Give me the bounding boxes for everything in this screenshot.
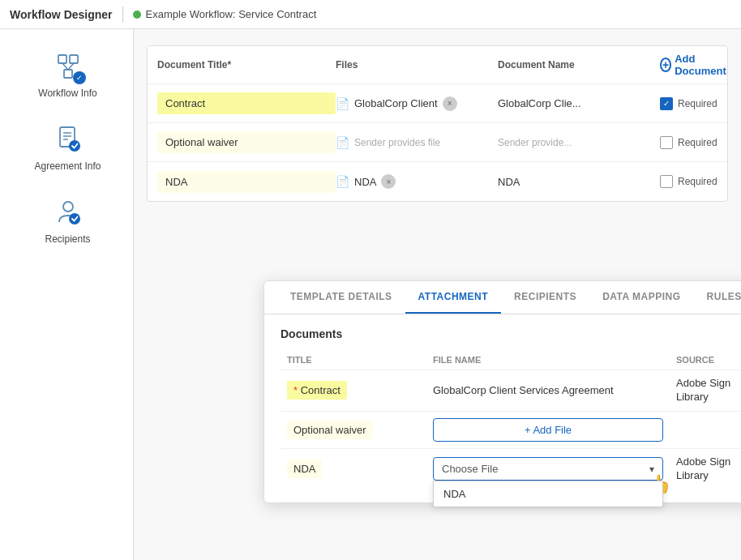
dropdown-menu-item-nda[interactable]: NDA	[434, 481, 662, 507]
svg-line-3	[62, 63, 68, 70]
attach-col-source: SOURCE	[670, 350, 741, 370]
sidebar-item-recipients-label: Recipients	[45, 233, 90, 245]
remove-file-button[interactable]: ×	[381, 174, 396, 189]
files-cell-optional-waiver: 📄 Sender provides file	[336, 136, 498, 149]
remove-file-button[interactable]: ×	[443, 96, 457, 111]
sidebar-item-agreement-info[interactable]: Agreement Info	[0, 110, 133, 183]
svg-rect-0	[58, 55, 66, 63]
workflow-name: Example Workflow: Service Contract	[146, 8, 317, 20]
required-cell-optional-waiver: Required ×	[660, 135, 728, 150]
recipients-icon	[54, 198, 83, 227]
doc-title-optional-waiver: Optional waiver	[157, 131, 336, 153]
top-bar-divider	[122, 6, 123, 23]
attach-source-optional-waiver	[670, 411, 741, 448]
svg-line-4	[68, 63, 74, 70]
attach-row-optional-waiver: Optional waiver + Add File	[281, 411, 741, 448]
source-label-contract: Adobe Sign Library	[676, 377, 741, 404]
recipients-icon-wrap	[50, 195, 86, 230]
attach-source-nda: Adobe Sign Library	[670, 448, 741, 489]
workflow-status: Example Workflow: Service Contract	[133, 8, 317, 20]
col-header-title: Document Title*	[157, 59, 336, 71]
doc-file-icon: 📄	[336, 97, 349, 110]
tab-template-details[interactable]: TEMPLATE DETAILS	[277, 281, 405, 314]
doc-name-contract: GlobalCorp Clie...	[498, 97, 660, 109]
choose-file-placeholder: Choose File	[442, 463, 498, 475]
content-area: Document Title* Files Document Name + Ad…	[134, 29, 741, 560]
col-header-docname: Document Name	[498, 59, 660, 71]
doc-name-nda: NDA	[498, 176, 660, 188]
required-cell-contract: Required ×	[660, 96, 728, 111]
sidebar-item-recipients[interactable]: Recipients	[0, 183, 133, 256]
modal-panel: TEMPLATE DETAILS ATTACHMENT RECIPIENTS D…	[263, 280, 741, 503]
attach-addfile-cell: + Add File	[426, 411, 670, 448]
choose-file-row: Choose File ▾ NDA 👆	[433, 457, 663, 481]
table-row: Optional waiver 📄 Sender provides file S…	[148, 123, 727, 162]
attach-title-val-contract: Contract	[287, 381, 347, 400]
top-bar: Workflow Designer Example Workflow: Serv…	[0, 0, 741, 29]
source-label-nda: Adobe Sign Library	[676, 455, 741, 483]
document-table: Document Title* Files Document Name + Ad…	[147, 45, 728, 202]
attach-col-title: TITLE	[281, 350, 426, 370]
required-checkbox-contract[interactable]	[660, 97, 673, 110]
attach-source-contract: Adobe Sign Library ▾	[670, 370, 741, 412]
workflow-info-icon-wrap	[50, 49, 86, 84]
tab-attachment[interactable]: ATTACHMENT	[405, 281, 502, 314]
attach-title-nda: NDA	[281, 448, 426, 489]
main-layout: Workflow Info Agreement Info	[0, 29, 741, 560]
svg-rect-2	[64, 70, 72, 78]
add-doc-label: Add Document	[675, 53, 728, 77]
doc-title-nda: NDA	[157, 171, 336, 193]
files-cell-contract: 📄 GlobalCorp Client ×	[336, 96, 498, 111]
add-document-button[interactable]: + Add Document	[660, 53, 728, 77]
attachment-table: TITLE FILE NAME SOURCE Contract GlobalCo…	[281, 350, 741, 489]
required-checkbox-optional-waiver[interactable]	[660, 136, 673, 149]
choose-file-select[interactable]: Choose File ▾	[433, 457, 663, 481]
svg-rect-1	[70, 55, 78, 63]
file-name-nda: NDA	[354, 176, 376, 188]
attach-row-nda: NDA Choose File ▾ NDA	[281, 448, 741, 489]
sidebar: Workflow Info Agreement Info	[0, 29, 134, 560]
col-header-files: Files	[336, 59, 498, 71]
required-cell-nda: Required ×	[660, 174, 728, 189]
attach-title-val-optional-waiver: Optional waiver	[287, 421, 373, 439]
doc-file-icon: 📄	[336, 175, 349, 188]
attach-col-filename: FILE NAME	[426, 350, 670, 370]
required-label: Required	[678, 176, 717, 187]
tab-rules[interactable]: RULES	[694, 281, 741, 314]
attach-title-optional-waiver: Optional waiver	[281, 411, 426, 448]
attach-title-val-nda: NDA	[287, 460, 322, 478]
svg-point-10	[63, 202, 73, 212]
svg-point-11	[69, 213, 80, 224]
attach-title-contract: Contract	[281, 370, 426, 412]
choose-file-arrow-icon: ▾	[649, 464, 654, 475]
tab-recipients[interactable]: RECIPIENTS	[501, 281, 589, 314]
modal-body: Documents TITLE FILE NAME SOURCE	[264, 314, 741, 502]
required-label: Required	[678, 137, 717, 148]
source-dropdown-contract: Adobe Sign Library ▾	[676, 377, 741, 404]
doc-name-optional-waiver: Sender provide...	[498, 136, 660, 148]
sidebar-item-workflow-info-label: Workflow Info	[38, 88, 96, 99]
doc-table-header: Document Title* Files Document Name + Ad…	[148, 46, 727, 84]
sidebar-item-agreement-info-label: Agreement Info	[34, 160, 101, 172]
file-name-contract: GlobalCorp Client	[354, 97, 438, 109]
table-row: NDA 📄 NDA × NDA Required ×	[148, 162, 727, 201]
svg-point-9	[69, 140, 80, 152]
modal-section-title: Documents	[281, 327, 741, 340]
choose-file-dropdown-menu: NDA	[433, 481, 663, 507]
required-checkbox-nda[interactable]	[660, 175, 673, 188]
status-dot-green	[133, 11, 141, 19]
doc-title-contract: Contract	[157, 92, 336, 114]
doc-file-icon-grey: 📄	[336, 136, 349, 149]
attach-row-contract: Contract GlobalCorp Client Services Agre…	[281, 370, 741, 412]
agreement-icon	[54, 125, 83, 154]
attach-filename-contract: GlobalCorp Client Services Agreement	[426, 370, 670, 412]
modal-tabs: TEMPLATE DETAILS ATTACHMENT RECIPIENTS D…	[264, 281, 741, 314]
required-label: Required	[678, 98, 717, 109]
add-file-button[interactable]: + Add File	[433, 418, 663, 442]
sidebar-item-workflow-info[interactable]: Workflow Info	[0, 37, 133, 110]
table-row: Contract 📄 GlobalCorp Client × GlobalCor…	[148, 84, 727, 123]
tab-data-mapping[interactable]: DATA MAPPING	[589, 281, 693, 314]
sender-placeholder: Sender provides file	[354, 137, 440, 148]
files-cell-nda: 📄 NDA ×	[336, 174, 498, 189]
workflow-info-badge	[73, 71, 86, 84]
